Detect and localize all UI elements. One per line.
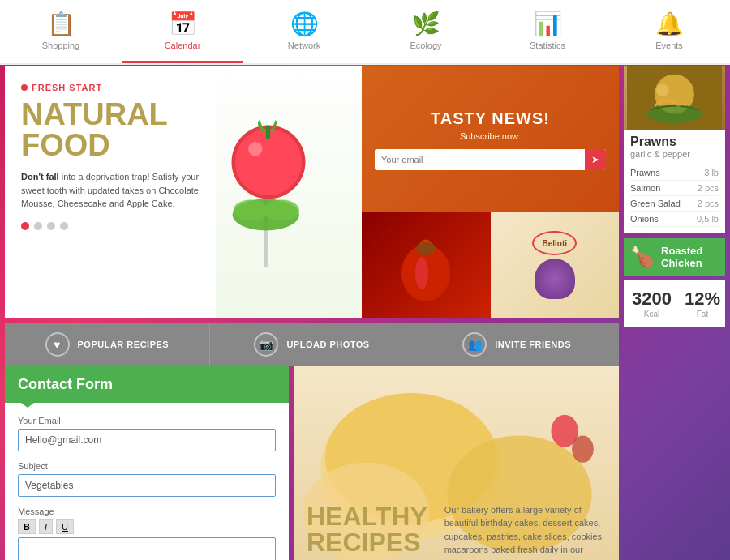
recipes-left: HEALTHY RECIPES ○ Cake Tastings & Consul… — [307, 503, 436, 561]
svg-point-7 — [264, 200, 299, 221]
kcal-item: 3200 Kcal — [632, 289, 672, 318]
sidebar-food-image — [624, 66, 725, 130]
belloti-panel: Belloti — [491, 212, 620, 318]
email-subscribe-row: ➤ — [375, 149, 606, 170]
underline-button[interactable]: U — [56, 519, 74, 534]
svg-point-24 — [646, 105, 702, 123]
nav-item-ecology[interactable]: 🌿 Ecology — [365, 0, 487, 63]
calendar-icon: 📅 — [169, 11, 197, 37]
shopping-icon: 📋 — [47, 11, 75, 37]
ingredients-list: Prawns 3 lb Salmon 2 pcs Green Salad 2 p… — [624, 162, 725, 233]
tasty-news-panel: TASTY NEWS! Subscribe now: ➤ — [362, 66, 619, 212]
hero-section: FRESH START NATURAL FOOD Don't fall into… — [5, 66, 619, 318]
dot-1[interactable] — [21, 222, 29, 230]
sidebar-food-subtitle: garlic & pepper — [630, 149, 719, 159]
belloti-logo: Belloti — [532, 231, 577, 255]
nav-item-statistics[interactable]: 📊 Statistics — [487, 0, 608, 63]
bold-button[interactable]: B — [18, 519, 36, 534]
kcal-value: 3200 — [632, 289, 672, 310]
chicken-card[interactable]: 🍗 Roasted Chicken — [624, 238, 725, 276]
bottom-row: Belloti — [362, 212, 619, 318]
subject-label: Subject — [18, 461, 276, 471]
fat-label: Fat — [685, 310, 720, 318]
contact-form-header: Contact Form — [5, 366, 289, 403]
hero-food-image — [216, 66, 362, 318]
statistics-icon: 📊 — [534, 11, 562, 37]
camera-icon: 📷 — [254, 332, 278, 357]
svg-point-23 — [656, 83, 669, 96]
email-subscribe-input[interactable] — [375, 150, 585, 169]
nav-item-shopping[interactable]: 📋 Shopping — [0, 0, 122, 63]
contact-form-body: Your Email Subject Message B I U — [5, 403, 289, 560]
message-label: Message — [18, 507, 276, 516]
action-bar: ♥ POPULAR RECIPES 📷 UPLOAD PHOTOS 👥 INVI… — [5, 323, 619, 366]
svg-point-6 — [234, 200, 268, 221]
heart-icon: ♥ — [45, 332, 70, 357]
dot-3[interactable] — [47, 222, 55, 230]
ingredient-green-salad: Green Salad 2 pcs — [630, 196, 719, 212]
hero-right: TASTY NEWS! Subscribe now: ➤ — [362, 66, 619, 318]
events-icon: 🔔 — [655, 11, 684, 37]
bottom-content: Contact Form Your Email Subject Message … — [5, 366, 619, 560]
nav-label-calendar: Calendar — [165, 41, 201, 50]
nav-label-ecology: Ecology — [410, 41, 441, 50]
chili-image — [362, 212, 491, 318]
nav-label-shopping: Shopping — [42, 41, 80, 50]
recipes-right: Our bakery offers a large variety of bea… — [444, 503, 606, 561]
email-label: Your Email — [18, 416, 276, 425]
nav-label-events: Events — [655, 41, 683, 50]
message-toolbar: B I U — [18, 519, 276, 534]
chicken-label: Roasted Chicken — [661, 245, 719, 269]
nav-item-calendar[interactable]: 📅 Calendar — [122, 0, 243, 63]
chicken-icon: 🍗 — [630, 246, 655, 268]
friends-icon: 👥 — [462, 332, 487, 357]
nav-label-statistics: Statistics — [530, 41, 565, 50]
message-textarea[interactable] — [18, 537, 276, 560]
kcal-label: Kcal — [632, 310, 672, 318]
svg-point-14 — [415, 257, 428, 289]
ingredient-salmon: Salmon 2 pcs — [630, 181, 719, 196]
italic-button[interactable]: I — [39, 519, 53, 534]
invite-friends-action[interactable]: 👥 INVITE FRIENDS — [414, 323, 619, 366]
popular-recipes-action[interactable]: ♥ POPULAR RECIPES — [5, 323, 210, 366]
hero-left: FRESH START NATURAL FOOD Don't fall into… — [5, 66, 216, 318]
svg-point-13 — [416, 242, 436, 255]
fat-item: 12% Fat — [685, 289, 720, 318]
nutrition-card: 3200 Kcal 12% Fat — [624, 280, 725, 327]
network-icon: 🌐 — [290, 11, 319, 37]
healthy-title: HEALTHY RECIPES — [307, 503, 436, 555]
svg-point-20 — [572, 435, 594, 462]
sidebar-food-name: Prawns — [630, 135, 719, 149]
nav-bar: 📋 Shopping 📅 Calendar 🌐 Network 🌿 Ecolog… — [0, 0, 730, 65]
sidebar-food-card: Prawns garlic & pepper Prawns 3 lb Salmo… — [624, 66, 725, 233]
hero-dots — [21, 222, 200, 230]
ecology-icon: 🌿 — [412, 11, 440, 37]
dot-2[interactable] — [34, 222, 42, 230]
upload-photos-action[interactable]: 📷 UPLOAD PHOTOS — [210, 323, 415, 366]
fresh-start-label: FRESH START — [21, 83, 200, 92]
contact-email-input[interactable] — [18, 429, 276, 451]
main-wrapper: FRESH START NATURAL FOOD Don't fall into… — [0, 65, 730, 560]
ingredient-prawns: Prawns 3 lb — [630, 165, 719, 181]
left-content: FRESH START NATURAL FOOD Don't fall into… — [5, 66, 619, 560]
fresh-dot — [21, 84, 28, 91]
recipes-section: HEALTHY RECIPES ○ Cake Tastings & Consul… — [294, 366, 619, 560]
nav-label-network: Network — [288, 41, 320, 50]
svg-rect-11 — [266, 125, 270, 139]
tasty-title: TASTY NEWS! — [375, 109, 606, 128]
dot-4[interactable] — [60, 222, 68, 230]
hero-description: Don't fall into a deprivation trap! Sati… — [21, 170, 200, 211]
fat-value: 12% — [685, 289, 720, 310]
contact-subject-input[interactable] — [18, 474, 276, 497]
sidebar-food-title: Prawns garlic & pepper — [624, 130, 725, 162]
nav-item-events[interactable]: 🔔 Events — [608, 0, 730, 63]
nav-item-network[interactable]: 🌐 Network — [243, 0, 365, 63]
svg-point-10 — [248, 142, 262, 156]
contact-form-section: Contact Form Your Email Subject Message … — [5, 366, 289, 560]
recipes-overlay: HEALTHY RECIPES ○ Cake Tastings & Consul… — [294, 492, 619, 561]
cupcake-visual — [535, 259, 575, 299]
right-sidebar: Prawns garlic & pepper Prawns 3 lb Salmo… — [624, 66, 725, 560]
email-subscribe-button[interactable]: ➤ — [585, 149, 606, 170]
subscribe-text: Subscribe now: — [375, 131, 606, 141]
hero-title: NATURAL FOOD — [21, 99, 200, 160]
